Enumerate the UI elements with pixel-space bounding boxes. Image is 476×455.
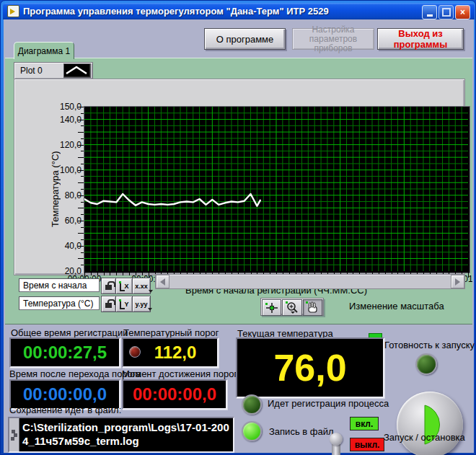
minimize-button[interactable]: [422, 5, 437, 19]
magnifier-icon: [285, 301, 299, 314]
lock-icon: [105, 285, 112, 290]
plot-legend[interactable]: Plot 0: [14, 62, 93, 79]
x-scale-name-box[interactable]: Время с начала: [19, 278, 100, 292]
plot-canvas: [84, 107, 468, 271]
diagram-page: Plot 0 Температура (°C) 150,0140,0120,01…: [5, 58, 472, 324]
palette-label: Изменение масштаба: [349, 301, 444, 312]
minimize-icon: [427, 14, 433, 17]
start-stop-label: Запуск / остановка: [384, 432, 465, 443]
tab-diagram-1[interactable]: Диаграмма 1: [14, 42, 74, 59]
save-file-label: Сохранение идет в файл:: [9, 405, 121, 415]
ready-led: [415, 353, 437, 375]
registration-led: [242, 394, 262, 415]
waveform-chart: Температура (°C) 150,0140,0120,0100,080,…: [14, 79, 465, 275]
hand-icon: [305, 301, 319, 314]
exit-button[interactable]: Выход из программы: [377, 28, 464, 50]
crosshair-icon: [265, 302, 279, 314]
y-format-icon: y.yy: [136, 301, 148, 308]
y-tick-label: 150,0: [43, 102, 81, 112]
plot-area: [84, 106, 470, 273]
title-bar: Программа управления терморегулятором "Д…: [3, 3, 475, 19]
plot-sample-icon: [63, 63, 91, 78]
total-time-value: 00:00:27,5: [23, 343, 107, 363]
y-format-button[interactable]: y.yy: [132, 296, 151, 312]
y-autoscale-button[interactable]: Y: [115, 296, 133, 312]
zoom-tool-button[interactable]: [282, 299, 301, 316]
settings-button[interactable]: Настройка параметров приборов: [292, 28, 374, 50]
ready-label: Готовность к запуску: [384, 340, 475, 350]
x-autoscale-icon: X: [119, 283, 128, 290]
cursor-tool-button[interactable]: [262, 299, 281, 316]
switch-knob[interactable]: [330, 433, 343, 446]
y-scale-name-box[interactable]: Температура (°C): [19, 296, 100, 310]
log-file-path: C:\Sterilization_program\Logs\17-01-2004…: [19, 418, 233, 451]
lock-icon: [105, 303, 112, 308]
about-button[interactable]: О программе: [204, 28, 286, 50]
log-file-path-control: C:\Sterilization_program\Logs\17-01-2004…: [8, 417, 234, 453]
threshold-display: 112,0: [122, 337, 219, 368]
path-browse-icon: [9, 418, 19, 451]
threshold-value: 112,0: [154, 343, 197, 363]
x-scrollbar[interactable]: [155, 274, 465, 289]
y-axis-major-ticks: [78, 107, 84, 271]
start-stop-button[interactable]: [397, 392, 463, 455]
window-title: Программа управления терморегулятором "Д…: [23, 6, 329, 17]
app-window: Программа управления терморегулятором "Д…: [0, 0, 476, 455]
threshold-time-value: 00:00:00,0: [133, 384, 216, 405]
maximize-button[interactable]: [438, 5, 454, 19]
threshold-time-display: 00:00:00,0: [122, 379, 227, 410]
switch-off-label: выкл.: [350, 438, 384, 451]
total-time-label: Общее время регистрации: [11, 327, 128, 338]
current-temp-value: 76,0: [273, 346, 346, 389]
time-after-value: 00:00:00,0: [23, 384, 107, 405]
record-to-file-label: Запись в файл: [269, 426, 334, 437]
record-to-file-led: [242, 421, 262, 441]
x-scale-lock-button[interactable]: [101, 278, 116, 294]
maximize-icon: [442, 8, 451, 17]
threshold-label: Температурный порог: [123, 327, 219, 338]
y-tick-label: 100,0: [43, 165, 81, 175]
total-time-display: 00:00:27,5: [9, 337, 120, 368]
registration-label: Идет регистрация процесса: [268, 398, 389, 409]
threshold-led: [129, 346, 141, 358]
tab-diagram-1-label: Диаграмма 1: [18, 46, 70, 56]
y-scale-lock-button[interactable]: [101, 296, 116, 312]
x-format-icon: x.xx: [135, 283, 148, 290]
close-button[interactable]: ×: [455, 5, 470, 19]
graph-palette: [260, 298, 324, 316]
scroll-left-arrow-icon[interactable]: [156, 275, 169, 288]
y-tick-label: 140,0: [43, 115, 81, 125]
labview-app-icon: [7, 5, 19, 17]
plot-legend-label: Plot 0: [14, 66, 63, 76]
current-temp-display: 76,0: [236, 337, 384, 398]
close-icon: ×: [460, 7, 465, 17]
y-autoscale-icon: Y: [119, 301, 128, 308]
threshold-time-label: Момент достижения порога: [122, 368, 242, 379]
scroll-right-arrow-icon[interactable]: [451, 275, 464, 288]
y-axis-tick-labels: 150,0140,0120,0100,080,060,040,020,0: [43, 107, 81, 271]
switch-on-label: вкл.: [350, 417, 379, 430]
x-autoscale-button[interactable]: X: [115, 278, 133, 294]
y-tick-label: 40,0: [43, 241, 81, 251]
y-tick-label: 120,0: [43, 140, 81, 150]
pan-tool-button[interactable]: [303, 299, 322, 316]
y-tick-label: 60,0: [43, 216, 81, 226]
x-format-button[interactable]: x.xx: [132, 278, 151, 294]
y-tick-label: 80,0: [43, 190, 81, 200]
client-area: О программе Настройка параметров приборо…: [4, 19, 474, 453]
record-toggle-switch[interactable]: [326, 433, 346, 455]
